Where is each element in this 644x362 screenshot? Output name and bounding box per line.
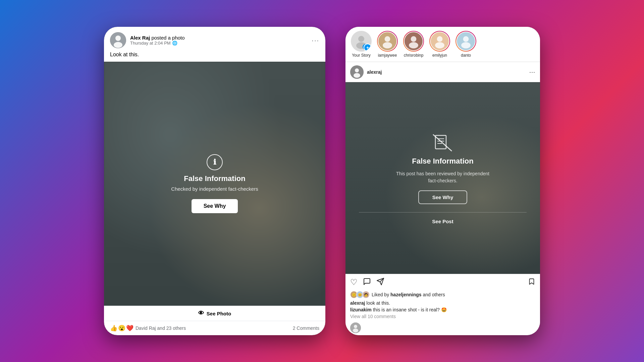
fb-see-photo-bar[interactable]: 👁 See Photo	[104, 306, 325, 321]
ig-caption-user[interactable]: alexraj	[350, 300, 365, 306]
ig-story-item-4[interactable]: danto	[455, 31, 476, 58]
svg-point-19	[461, 42, 471, 49]
ig-see-post-link[interactable]: See Post	[432, 219, 453, 224]
svg-point-9	[385, 36, 390, 42]
globe-icon: 🌐	[172, 41, 177, 46]
ig-story-item-1[interactable]: iamjaywee	[377, 31, 398, 58]
fb-reactions-bar: 👍 😮 ❤️ David Raj and 23 others 2 Comment…	[104, 321, 325, 335]
ig-story-ring-avatar-2	[403, 31, 424, 52]
svg-point-13	[409, 42, 418, 49]
ig-story-your-story[interactable]: + Your Story	[351, 31, 372, 58]
fb-user-avatar	[110, 32, 126, 48]
like-emoji: 👍	[110, 324, 117, 332]
ig-see-why-button[interactable]: See Why	[418, 190, 468, 204]
svg-point-10	[383, 42, 392, 49]
ig-like-button[interactable]: ♡	[350, 278, 358, 288]
fb-name-text: Alex Raj	[130, 35, 150, 41]
ig-bookmark-button[interactable]	[528, 278, 535, 287]
ig-post-more-options[interactable]: ···	[529, 69, 535, 76]
fb-post-header: Alex Raj posted a photo Thursday at 2:04…	[104, 27, 325, 52]
instagram-card: + Your Story	[345, 27, 540, 335]
facebook-card: Alex Raj posted a photo Thursday at 2:04…	[104, 27, 325, 335]
ig-false-info-area: False Information This post has been rev…	[345, 82, 540, 274]
fb-more-options-button[interactable]: ···	[312, 37, 319, 44]
fb-reactions-left: 👍 😮 ❤️ David Raj and 23 others	[110, 324, 186, 332]
fb-false-info-subtitle: Checked by independent fact-checkers	[171, 186, 258, 192]
ig-story-label-2: chrisrobinp	[404, 53, 424, 58]
ig-actions-left: ♡	[350, 278, 528, 288]
heart-emoji: ❤️	[126, 324, 133, 332]
svg-point-4	[358, 36, 364, 42]
fb-post-text: Look at this.	[104, 52, 325, 62]
fb-user-name: Alex Raj posted a photo	[130, 35, 308, 41]
phones-container: Alex Raj posted a photo Thursday at 2:04…	[104, 27, 540, 335]
instagram-screen: + Your Story	[345, 27, 540, 335]
ig-story-item-2[interactable]: chrisrobinp	[403, 31, 424, 58]
ig-current-user-avatar	[350, 322, 361, 333]
ig-liked-by-text: Liked by hazeljennings and others	[372, 292, 445, 297]
eye-icon: 👁	[198, 310, 204, 317]
instagram-phone: + Your Story	[345, 27, 540, 335]
svg-point-18	[463, 36, 469, 42]
no-doc-icon	[433, 132, 453, 152]
svg-point-2	[114, 42, 122, 48]
fb-see-photo-label: See Photo	[207, 311, 231, 316]
ig-story-label-3: emilyjun	[432, 53, 447, 58]
ig-commenter-1-user[interactable]: lizunakim	[350, 307, 372, 312]
ig-content-divider	[359, 212, 527, 213]
ig-post-user-avatar	[350, 65, 364, 79]
fb-see-why-button[interactable]: See Why	[192, 199, 238, 213]
fb-false-info-overlay: ℹ False Information Checked by independe…	[158, 154, 271, 213]
ig-likes-row: 🙂 😊 🧑 Liked by hazeljennings and others	[345, 291, 540, 300]
ig-stories-row: + Your Story	[345, 27, 540, 62]
ig-story-item-3[interactable]: emilyjun	[429, 31, 450, 58]
svg-point-32	[353, 328, 358, 333]
fb-image-area: ℹ False Information Checked by independe…	[104, 62, 325, 306]
svg-text:+: +	[364, 44, 367, 49]
ig-story-label-yours: Your Story	[352, 53, 371, 58]
fb-info-icon: ℹ	[207, 154, 223, 170]
svg-point-6	[363, 44, 369, 50]
ig-liker-avatar-3: 🧑	[362, 291, 370, 298]
ig-caption: alexraj look at this.	[345, 300, 540, 307]
facebook-phone: Alex Raj posted a photo Thursday at 2:04…	[104, 27, 325, 335]
ig-view-all-comments[interactable]: View all 10 comments	[345, 314, 540, 320]
ig-post-header: alexraj ···	[345, 62, 540, 82]
svg-point-22	[354, 73, 360, 78]
ig-share-button[interactable]	[376, 278, 384, 288]
ig-comment-1: lizunakim this is an insane shot - is it…	[345, 307, 540, 314]
ig-story-ring-avatar-3	[429, 31, 450, 52]
ig-commenter-1-text: this is an insane shot - is it real? 🤩	[373, 307, 447, 312]
ig-add-comment-row	[345, 320, 540, 335]
svg-point-15	[437, 36, 443, 42]
fb-action-text: posted a photo	[151, 35, 184, 41]
fb-false-info-title: False Information	[184, 174, 245, 183]
facebook-screen: Alex Raj posted a photo Thursday at 2:04…	[104, 27, 325, 335]
fb-time-text: Thursday at 2:04 PM	[130, 41, 171, 46]
svg-point-21	[355, 68, 359, 72]
fb-comments-count: 2 Comments	[293, 325, 319, 331]
ig-post-username: alexraj	[367, 69, 526, 75]
ig-false-info-title: False Information	[412, 157, 473, 166]
reaction-emojis: 👍 😮 ❤️	[110, 324, 133, 332]
ig-caption-text: look at this.	[366, 300, 390, 306]
svg-point-16	[435, 42, 444, 49]
svg-point-5	[356, 42, 366, 49]
ig-actions-bar: ♡	[345, 274, 540, 291]
ig-comment-button[interactable]	[363, 278, 371, 288]
svg-point-31	[354, 325, 357, 328]
fb-reaction-names: David Raj and 23 others	[136, 325, 186, 331]
wow-emoji: 😮	[118, 324, 125, 332]
ig-story-ring-avatar-4	[455, 31, 476, 52]
ig-story-ring-avatar-1	[377, 31, 398, 52]
ig-story-label-4: danto	[461, 53, 471, 58]
fb-post-time: Thursday at 2:04 PM 🌐	[130, 41, 308, 46]
ig-story-label-1: iamjaywee	[378, 53, 397, 58]
ig-your-story-avatar: +	[351, 31, 372, 52]
svg-point-12	[411, 36, 417, 42]
ig-liked-by-user[interactable]: hazeljennings	[390, 292, 422, 297]
ig-false-info-subtitle: This post has been reviewed by independe…	[396, 170, 490, 184]
fb-post-meta: Alex Raj posted a photo Thursday at 2:04…	[130, 35, 308, 46]
svg-point-1	[115, 36, 121, 41]
ig-liked-by-suffix: and others	[423, 292, 445, 297]
